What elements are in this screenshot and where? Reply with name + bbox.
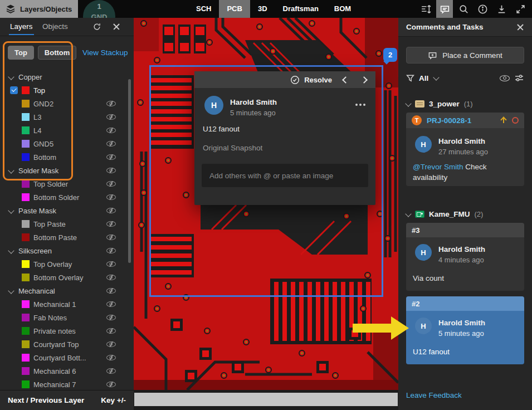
layer-row-bottom-paste[interactable]: Bottom Paste xyxy=(0,231,134,244)
leave-feedback-link[interactable]: Leave Feedback xyxy=(406,391,462,399)
close-comments-icon[interactable] xyxy=(516,23,524,31)
comment-card-header[interactable]: #3 xyxy=(406,223,524,237)
next-comment-button[interactable] xyxy=(360,76,368,84)
layer-row-l4[interactable]: L4 xyxy=(0,124,134,137)
layer-color-swatch[interactable] xyxy=(22,153,30,161)
horizontal-scrollbar-thumb[interactable] xyxy=(134,393,398,406)
visibility-off-icon[interactable] xyxy=(106,355,116,360)
layer-color-swatch[interactable] xyxy=(22,260,30,268)
comment-card-header[interactable]: #2 xyxy=(406,296,524,311)
layer-color-swatch[interactable] xyxy=(22,193,30,201)
tab-sch[interactable]: SCH xyxy=(188,0,219,18)
visibility-off-icon[interactable] xyxy=(106,221,116,227)
task-reference-link[interactable]: PRJ-00028-1 xyxy=(427,116,471,125)
comment-card-2-selected[interactable]: #2 H Harold Smith 5 minutes ago U12 fano… xyxy=(406,296,524,364)
group-solder-mask[interactable]: Solder Mask xyxy=(0,164,134,177)
fullscreen-icon[interactable] xyxy=(512,0,529,18)
download-icon[interactable] xyxy=(493,0,510,18)
layer-color-swatch[interactable] xyxy=(22,314,30,321)
layer-row-private-notes[interactable]: Private notes xyxy=(0,324,134,338)
visibility-off-icon[interactable] xyxy=(106,261,116,267)
close-panel-icon[interactable] xyxy=(113,23,120,31)
filter-settings-icon[interactable] xyxy=(514,73,524,83)
visibility-off-icon[interactable] xyxy=(106,154,116,160)
visibility-off-icon[interactable] xyxy=(106,275,116,280)
layer-row-bottom-solder[interactable]: Bottom Solder xyxy=(0,191,134,204)
comment-marker-1[interactable]: 1 GND xyxy=(83,0,115,18)
tab-bom[interactable]: BOM xyxy=(326,0,359,18)
comment-card-3[interactable]: #3 H Harold Smith 4 minutes ago Via coun… xyxy=(406,223,524,291)
layer-color-swatch[interactable] xyxy=(22,300,30,308)
layer-row-mechanical-1[interactable]: Mechanical 1 xyxy=(0,297,134,311)
bottom-side-button[interactable]: Bottom xyxy=(38,46,77,60)
layer-color-swatch[interactable] xyxy=(22,86,30,94)
filter-all-dropdown[interactable]: All xyxy=(419,74,428,82)
visibility-icon[interactable] xyxy=(500,75,510,81)
visibility-off-icon[interactable] xyxy=(106,301,116,307)
visibility-off-icon[interactable] xyxy=(106,194,116,200)
horizontal-scrollbar-track[interactable] xyxy=(134,390,398,410)
filter-funnel-icon[interactable] xyxy=(406,74,414,82)
visibility-off-icon[interactable] xyxy=(106,328,116,334)
visibility-off-icon[interactable] xyxy=(106,101,116,106)
layer-color-swatch[interactable] xyxy=(22,100,30,108)
mention-link[interactable]: @Trevor Smith xyxy=(413,163,463,171)
layer-row-top-solder[interactable]: Top Solder xyxy=(0,177,134,191)
group-paste-mask[interactable]: Paste Mask xyxy=(0,204,134,217)
info-icon[interactable] xyxy=(474,0,491,18)
layer-color-swatch[interactable] xyxy=(22,126,30,134)
tab-pcb[interactable]: PCB xyxy=(219,0,250,18)
layer-row-bottom-overlay[interactable]: Bottom Overlay xyxy=(0,271,134,284)
layer-color-swatch[interactable] xyxy=(22,354,30,362)
layer-row-mechanical-7[interactable]: Mechanical 7 xyxy=(0,378,134,391)
group-copper[interactable]: Copper xyxy=(0,70,134,84)
visibility-off-icon[interactable] xyxy=(106,288,116,294)
layer-row-bottom[interactable]: Bottom xyxy=(0,150,134,164)
visibility-off-icon[interactable] xyxy=(106,114,116,120)
layer-color-swatch[interactable] xyxy=(22,180,30,188)
layer-row-top[interactable]: Top xyxy=(0,84,134,97)
layer-row-l3[interactable]: L3 xyxy=(0,110,134,124)
resolve-button[interactable]: Resolve xyxy=(290,75,332,85)
original-snapshot-link[interactable]: Original Snapshot xyxy=(203,144,262,152)
more-options-icon[interactable] xyxy=(355,104,358,106)
comments-icon[interactable] xyxy=(436,0,453,18)
task-card-header[interactable]: T PRJ-00028-1 xyxy=(406,113,524,128)
search-icon[interactable] xyxy=(455,0,472,18)
panel-scrollbar[interactable] xyxy=(128,79,131,263)
visibility-off-icon[interactable] xyxy=(106,181,116,187)
layer-row-gnd5[interactable]: GND5 xyxy=(0,137,134,150)
tab-objects[interactable]: Objects xyxy=(42,22,68,31)
comment-marker-2[interactable]: 2 xyxy=(383,48,397,62)
layer-row-mechanical-6[interactable]: Mechanical 6 xyxy=(0,364,134,378)
reply-input[interactable] xyxy=(202,164,368,187)
view-stackup-link[interactable]: View Stackup xyxy=(82,48,128,57)
layer-color-swatch[interactable] xyxy=(22,367,30,375)
chevron-down-icon[interactable] xyxy=(433,74,440,80)
tab-3d[interactable]: 3D xyxy=(250,0,275,18)
task-card-prj-00028-1[interactable]: T PRJ-00028-1 H Harold Smith 27 minutes … xyxy=(406,113,524,186)
layer-color-swatch[interactable] xyxy=(22,340,30,348)
layer-row-fab-notes[interactable]: Fab Notes xyxy=(0,311,134,324)
visibility-off-icon[interactable] xyxy=(106,128,116,133)
checkbox-checked-icon[interactable] xyxy=(10,86,18,94)
layer-row-gnd2[interactable]: GND2 xyxy=(0,97,134,110)
layer-color-swatch[interactable] xyxy=(22,274,30,281)
layer-color-swatch[interactable] xyxy=(22,140,30,148)
tab-layers[interactable]: Layers xyxy=(10,22,33,31)
visibility-off-icon[interactable] xyxy=(106,341,116,347)
visibility-off-icon[interactable] xyxy=(106,235,116,240)
previous-comment-button[interactable] xyxy=(342,76,349,84)
visibility-off-icon[interactable] xyxy=(106,141,116,147)
group-mechanical[interactable]: Mechanical xyxy=(0,284,134,297)
layer-color-swatch[interactable] xyxy=(22,233,30,241)
visibility-off-icon[interactable] xyxy=(106,168,116,173)
layer-row-courtyard-top[interactable]: Courtyard Top xyxy=(0,338,134,351)
tab-draftsman[interactable]: Draftsman xyxy=(275,0,326,18)
layer-row-top-paste[interactable]: Top Paste xyxy=(0,217,134,231)
layers-objects-button[interactable]: Layers/Objects xyxy=(0,0,78,18)
visibility-off-icon[interactable] xyxy=(106,208,116,213)
refresh-icon[interactable] xyxy=(92,22,101,33)
measure-icon[interactable] xyxy=(417,0,434,18)
visibility-off-icon[interactable] xyxy=(106,248,116,253)
